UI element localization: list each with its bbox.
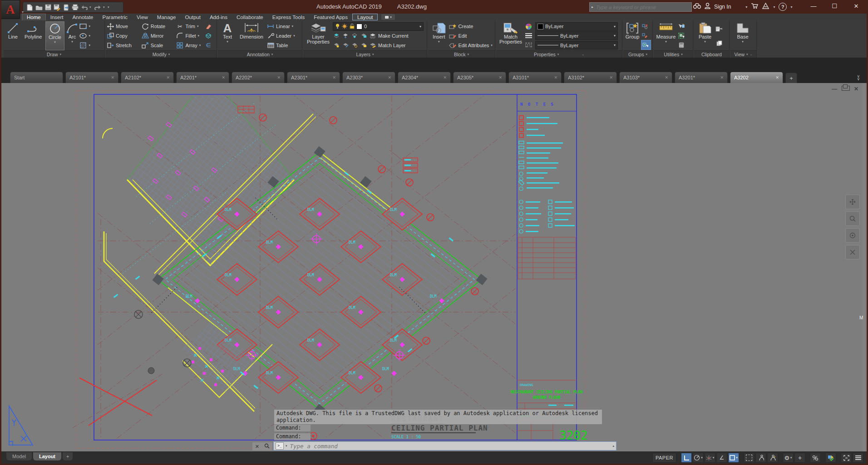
close-tab-icon[interactable]: ✕: [277, 75, 281, 80]
file-tab[interactable]: A2102*✕: [121, 72, 174, 83]
mirror-button[interactable]: Mirror: [142, 31, 176, 40]
tab-layout[interactable]: Layout: [352, 14, 378, 20]
tab-output[interactable]: Output: [180, 14, 205, 20]
close-tab-icon[interactable]: ✕: [665, 75, 668, 80]
customization-menu-button[interactable]: [853, 453, 863, 463]
properties-expander-icon[interactable]: ⌄: [582, 53, 584, 56]
base-button[interactable]: Base ▾: [731, 21, 754, 50]
match-properties-button[interactable]: Match Properties: [497, 21, 524, 50]
ellipse-button[interactable]: ▾: [79, 31, 104, 40]
customization-plus-button[interactable]: +: [794, 453, 805, 463]
pan-icon[interactable]: [845, 195, 860, 209]
tab-annotate[interactable]: Annotate: [68, 14, 98, 20]
arc-dropdown-icon[interactable]: ▾: [71, 40, 73, 44]
stretch-button[interactable]: Stretch: [107, 41, 141, 50]
cart-icon[interactable]: [751, 3, 758, 11]
arc-button[interactable]: Arc ▾: [65, 21, 79, 50]
drawing-canvas[interactable]: DLM DLM: [0, 83, 868, 451]
close-tab-icon[interactable]: ✕: [111, 75, 114, 80]
close-tab-icon[interactable]: ✕: [609, 75, 613, 80]
quick-calculator-button[interactable]: [678, 41, 690, 50]
panel-label-block[interactable]: Block▾: [428, 50, 495, 58]
qat-customize-icon[interactable]: ▾: [108, 5, 111, 9]
file-tab-start[interactable]: Start: [10, 72, 63, 83]
linetype-select[interactable]: ByLayer▾: [535, 41, 618, 49]
tab-collaborate[interactable]: Collaborate: [232, 14, 268, 20]
autoscale-toggle[interactable]: [755, 453, 766, 463]
insert-button[interactable]: Insert ▾: [429, 21, 449, 50]
redo-icon[interactable]: [94, 4, 102, 11]
maximize-button[interactable]: ☐: [825, 0, 843, 12]
explode-button[interactable]: [205, 31, 216, 40]
group-selection-toggle[interactable]: [641, 40, 651, 50]
rotate-button[interactable]: Rotate: [142, 22, 176, 31]
help-dropdown-icon[interactable]: ▾: [790, 5, 792, 9]
application-menu-button[interactable]: A ▾: [1, 0, 20, 19]
tab-insert[interactable]: Insert: [46, 14, 68, 20]
base-dropdown-icon[interactable]: ▾: [742, 40, 744, 44]
close-tab-icon[interactable]: ✕: [443, 75, 447, 80]
signin-dropdown-icon[interactable]: ▾: [745, 5, 747, 9]
model-tab[interactable]: Model: [6, 452, 32, 460]
panel-label-utilities[interactable]: Utilities▾: [654, 50, 693, 58]
help-icon[interactable]: ?: [779, 3, 787, 11]
workspace-switching-button[interactable]: ⚙▾: [783, 453, 794, 463]
search-input[interactable]: [595, 4, 691, 10]
orbit-icon[interactable]: [845, 228, 860, 243]
doc-close-icon[interactable]: ✕: [853, 86, 860, 92]
minimize-button[interactable]: —: [804, 0, 823, 12]
new-drawing-tab-button[interactable]: +: [785, 73, 797, 83]
make-current-button[interactable]: Make Current: [333, 31, 424, 40]
panel-label-properties[interactable]: Properties▾⌄: [496, 50, 622, 58]
copy-clip-button[interactable]: [715, 39, 727, 48]
file-tab[interactable]: A2304*✕: [398, 72, 451, 83]
panel-label-layers[interactable]: Layers▾: [303, 50, 427, 58]
paper-space-button[interactable]: PAPER: [652, 453, 676, 463]
scale-button[interactable]: Scale: [142, 41, 176, 50]
table-button[interactable]: Table: [267, 41, 301, 50]
command-input[interactable]: [289, 442, 611, 450]
close-tab-icon[interactable]: ✕: [498, 75, 502, 80]
undo-dropdown-icon[interactable]: ▾: [89, 5, 93, 9]
close-tab-icon[interactable]: ✕: [222, 75, 225, 80]
undo-icon[interactable]: [80, 4, 88, 11]
erase-button[interactable]: [205, 22, 216, 31]
close-tab-icon[interactable]: ✕: [332, 75, 336, 80]
plot-printer-icon[interactable]: [71, 4, 79, 11]
ribbon-display-toggle[interactable]: ▾: [381, 14, 395, 20]
recent-commands-icon[interactable]: ▴: [612, 444, 614, 448]
annotation-scale-button[interactable]: [767, 453, 778, 463]
sign-in-button[interactable]: Sign In: [714, 4, 731, 10]
file-tab[interactable]: A2201*✕: [176, 72, 229, 83]
panel-label-clipboard[interactable]: Clipboard: [694, 50, 729, 58]
quick-select-button[interactable]: [678, 31, 690, 40]
linear-dimension-button[interactable]: Linear▾: [267, 22, 301, 31]
file-tab[interactable]: A2305*✕: [453, 72, 506, 83]
layer-dropdown-icon[interactable]: ▾: [419, 24, 421, 29]
save-as-icon[interactable]: [53, 4, 61, 11]
open-folder-icon[interactable]: [35, 4, 43, 11]
file-tab-active[interactable]: A3202✕: [730, 72, 783, 83]
showmotion-icon[interactable]: [845, 245, 860, 259]
publish-mobile-icon[interactable]: [62, 4, 70, 11]
snap-grid-toggle[interactable]: [681, 453, 692, 463]
measure-dropdown-icon[interactable]: ▾: [665, 40, 667, 44]
file-tab[interactable]: A3101*✕: [508, 72, 562, 83]
move-button[interactable]: Move: [107, 22, 141, 31]
graphics-performance-button[interactable]: [825, 453, 836, 463]
file-tab[interactable]: A3102*✕: [564, 72, 617, 83]
a360-icon[interactable]: [762, 3, 769, 11]
close-tab-icon[interactable]: ✕: [388, 75, 391, 80]
panel-label-draw[interactable]: Draw▾: [4, 50, 104, 58]
a360-dropdown-icon[interactable]: ▾: [773, 5, 775, 9]
tab-featured-apps[interactable]: Featured Apps: [309, 14, 352, 20]
close-tab-icon[interactable]: ✕: [775, 75, 779, 80]
zoom-icon[interactable]: [845, 211, 860, 226]
match-layer-button[interactable]: Match Layer: [333, 41, 424, 50]
group-button[interactable]: Group: [624, 21, 641, 50]
tab-manage[interactable]: Manage: [153, 14, 181, 20]
tab-express-tools[interactable]: Express Tools: [268, 14, 309, 20]
annotation-visibility-toggle[interactable]: [744, 453, 755, 463]
clean-screen-button[interactable]: [841, 453, 852, 463]
close-button[interactable]: ✕: [847, 0, 865, 12]
